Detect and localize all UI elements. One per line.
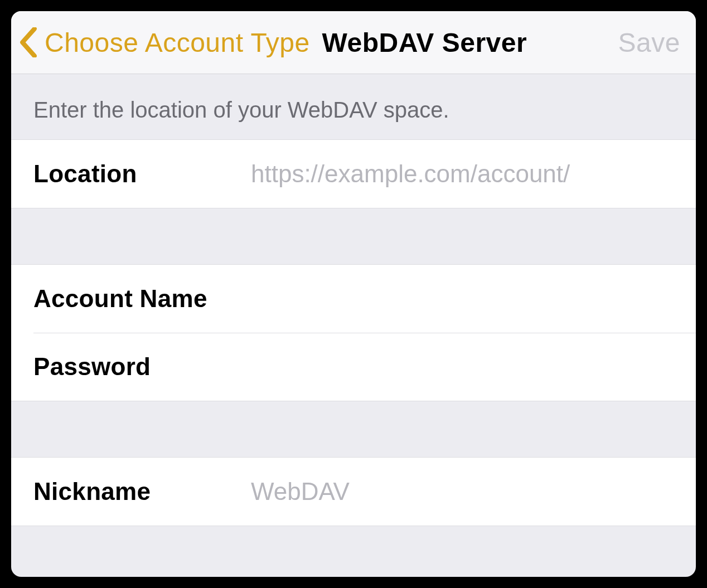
back-button-label: Choose Account Type xyxy=(45,27,310,58)
group-location: Location xyxy=(11,139,696,208)
group-gap xyxy=(11,401,696,457)
row-password[interactable]: Password xyxy=(11,333,696,401)
group-gap xyxy=(11,208,696,264)
chevron-left-icon xyxy=(19,27,38,57)
nickname-input[interactable] xyxy=(251,473,674,510)
label-account-name: Account Name xyxy=(33,285,251,313)
row-account-name[interactable]: Account Name xyxy=(11,265,696,333)
screen: Choose Account Type WebDAV Server Save E… xyxy=(11,11,696,577)
row-nickname[interactable]: Nickname xyxy=(11,458,696,526)
account-name-input[interactable] xyxy=(251,280,674,317)
label-password: Password xyxy=(33,353,251,381)
nav-bar: Choose Account Type WebDAV Server Save xyxy=(11,11,696,74)
label-location: Location xyxy=(33,160,251,188)
group-credentials: Account Name Password xyxy=(11,264,696,401)
section-header-location: Enter the location of your WebDAV space. xyxy=(11,74,696,139)
save-button[interactable]: Save xyxy=(618,27,680,58)
back-button[interactable]: Choose Account Type xyxy=(19,27,310,58)
page-title: WebDAV Server xyxy=(322,27,527,58)
label-nickname: Nickname xyxy=(33,478,251,506)
location-input[interactable] xyxy=(251,155,674,192)
row-location[interactable]: Location xyxy=(11,140,696,208)
password-input[interactable] xyxy=(251,348,674,385)
group-nickname: Nickname xyxy=(11,457,696,526)
